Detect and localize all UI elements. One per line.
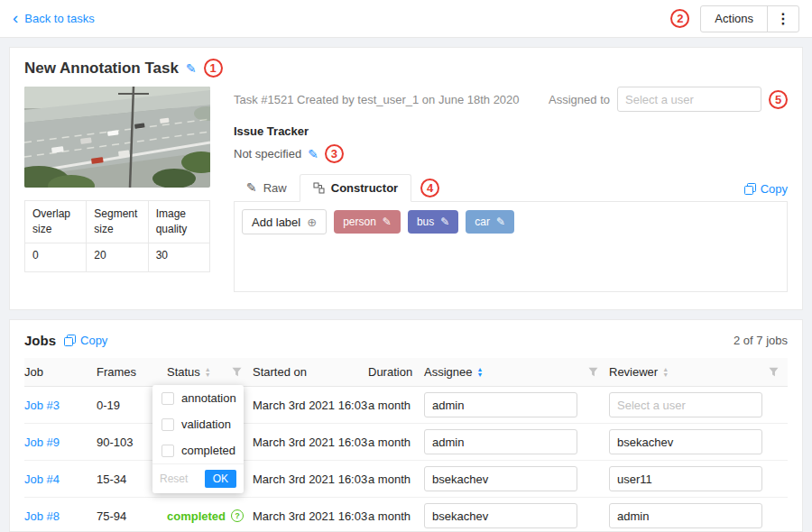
duration-cell: a month: [368, 436, 424, 449]
param-value-quality: 30: [148, 243, 209, 271]
task-params-table: Overlap size Segment size Image quality …: [24, 200, 210, 272]
filter-reset-button[interactable]: Reset: [160, 472, 188, 485]
reviewer-cell: [609, 466, 789, 491]
assignee-input[interactable]: [424, 429, 577, 454]
top-bar: ‹ Back to tasks 2 Actions ⋮: [0, 0, 812, 38]
started-cell: March 3rd 2021 16:03: [253, 399, 368, 412]
task-thumbnail-image: [24, 87, 210, 188]
column-header-status[interactable]: Status ▲▼: [167, 365, 253, 379]
add-label-button[interactable]: Add label ⊕: [242, 209, 327, 234]
label-chip-car[interactable]: car ✎: [466, 210, 514, 234]
job-link[interactable]: Job #8: [24, 509, 97, 523]
filter-icon[interactable]: [769, 367, 779, 377]
copy-icon: [64, 335, 76, 346]
params-header-row: Overlap size Segment size Image quality: [25, 201, 210, 243]
column-label: Reviewer: [609, 365, 658, 379]
tab-constructor-label: Constructor: [331, 181, 398, 195]
reviewer-input[interactable]: [609, 429, 762, 454]
more-menu-icon[interactable]: ⋮: [768, 6, 798, 32]
column-label: Frames: [97, 365, 136, 379]
annotation-circle-3: 3: [325, 144, 344, 163]
task-body: Overlap size Segment size Image quality …: [24, 87, 788, 292]
assignee-cell: [424, 466, 609, 491]
label-chip-bus[interactable]: bus ✎: [408, 210, 458, 234]
task-assignee-input[interactable]: [617, 87, 761, 112]
actions-button[interactable]: Actions ⋮: [700, 5, 799, 32]
reviewer-cell: [609, 392, 789, 417]
reviewer-cell: [609, 503, 789, 528]
edit-label-icon[interactable]: ✎: [383, 216, 392, 228]
assignee-input[interactable]: [424, 466, 577, 491]
assignee-cell: [424, 429, 609, 454]
params-value-row: 0 20 30: [25, 243, 210, 271]
back-to-tasks-link[interactable]: ‹ Back to tasks: [13, 11, 95, 26]
question-circle-icon[interactable]: ?: [231, 509, 244, 522]
column-label: Status: [167, 365, 200, 379]
task-meta-row: Task #1521 Created by test_user_1 on Jun…: [234, 87, 788, 112]
tab-raw[interactable]: ✎ Raw: [234, 174, 300, 201]
duration-cell: a month: [368, 399, 424, 412]
copy-labels-label: Copy: [761, 182, 788, 196]
assignee-input[interactable]: [424, 503, 577, 528]
reviewer-cell: [609, 429, 789, 454]
sort-icon-active[interactable]: ▲▼: [476, 367, 483, 378]
reviewer-input[interactable]: [609, 392, 762, 417]
started-cell: March 3rd 2021 16:03: [253, 509, 368, 523]
label-chip-bus-name: bus: [417, 216, 434, 228]
checkbox[interactable]: [161, 418, 174, 431]
column-header-assignee[interactable]: Assignee ▲▼: [424, 365, 609, 379]
column-header-frames: Frames: [97, 365, 167, 379]
param-value-segment: 20: [87, 243, 148, 271]
issue-tracker-label: Issue Tracker: [234, 124, 788, 138]
tab-constructor[interactable]: Constructor: [300, 174, 411, 202]
status-filter-dropdown: annotation validation completed Reset OK: [152, 385, 244, 493]
jobs-table-header: Job Frames Status ▲▼ Started on Duration: [24, 358, 788, 387]
edit-label-icon[interactable]: ✎: [496, 216, 505, 228]
column-label: Assignee: [424, 365, 472, 379]
started-cell: March 3rd 2021 16:03: [253, 472, 368, 486]
cvat-task-page: ‹ Back to tasks 2 Actions ⋮ New Annotati…: [0, 0, 812, 532]
sort-icon[interactable]: ▲▼: [205, 367, 211, 378]
filter-footer: Reset OK: [152, 463, 244, 493]
filter-ok-button[interactable]: OK: [205, 470, 236, 488]
filter-icon[interactable]: [588, 367, 598, 377]
edit-issue-tracker-icon[interactable]: ✎: [308, 147, 318, 161]
param-header-segment: Segment size: [87, 201, 148, 243]
sort-icon[interactable]: ▲▼: [662, 367, 669, 378]
top-bar-right: 2 Actions ⋮: [670, 5, 799, 32]
label-chip-person[interactable]: person ✎: [334, 210, 401, 234]
tab-raw-label: Raw: [263, 181, 287, 195]
jobs-header: Jobs Copy 2 of 7 jobs: [24, 329, 788, 351]
checkbox[interactable]: [161, 392, 174, 405]
copy-labels-link[interactable]: Copy: [744, 182, 788, 201]
column-header-duration: Duration: [368, 365, 424, 379]
column-label: Started on: [253, 365, 307, 379]
job-link[interactable]: Job #4: [24, 472, 97, 486]
label-chip-person-name: person: [343, 216, 376, 228]
job-row-9: Job #9 90-103 March 3rd 2021 16:03 a mon…: [24, 424, 788, 461]
reviewer-input[interactable]: [609, 466, 762, 491]
filter-option-annotation[interactable]: annotation: [152, 385, 244, 411]
annotation-circle-5: 5: [769, 90, 788, 109]
job-link[interactable]: Job #9: [24, 436, 97, 449]
task-title: New Annotation Task: [24, 60, 179, 78]
filter-icon[interactable]: [232, 367, 242, 377]
reviewer-input[interactable]: [609, 503, 762, 528]
edit-label-icon[interactable]: ✎: [440, 216, 449, 228]
back-to-tasks-label: Back to tasks: [24, 12, 94, 25]
edit-title-icon[interactable]: ✎: [186, 61, 197, 76]
filter-option-label: completed: [181, 444, 235, 457]
labels-tabs-row: ✎ Raw Constructor 4: [234, 174, 788, 202]
checkbox[interactable]: [161, 445, 174, 457]
filter-option-validation[interactable]: validation: [152, 411, 244, 437]
actions-button-label: Actions: [701, 6, 767, 32]
column-header-reviewer[interactable]: Reviewer ▲▼: [609, 365, 789, 379]
annotation-circle-2: 2: [670, 9, 689, 28]
assignee-input[interactable]: [424, 392, 577, 417]
label-chip-car-name: car: [475, 216, 490, 228]
param-value-overlap: 0: [25, 243, 87, 271]
job-link[interactable]: Job #3: [24, 399, 97, 412]
copy-jobs-link[interactable]: Copy: [64, 334, 107, 347]
job-row-3: Job #3 0-19 March 3rd 2021 16:03 a month: [24, 387, 788, 424]
filter-option-completed[interactable]: completed: [152, 437, 244, 463]
